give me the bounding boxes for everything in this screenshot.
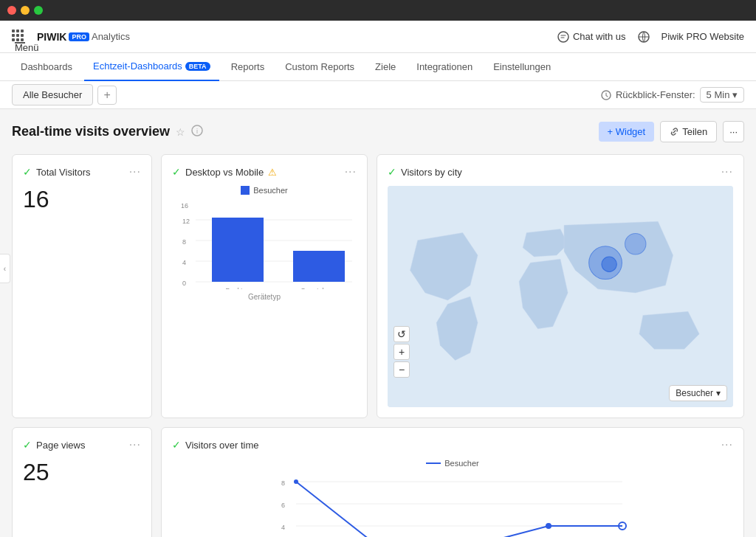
beta-badge: BETA	[185, 62, 210, 71]
nav-dashboards[interactable]: Dashboards	[12, 53, 81, 81]
main-content: Real-time visits overview ☆ i + Widget T…	[0, 109, 756, 537]
dot-green[interactable]	[34, 6, 43, 15]
widget-visitors-by-city-header: ✓ Visitors by city ···	[388, 165, 733, 179]
map-dropdown-label: Besucher	[676, 388, 713, 398]
nav-reports[interactable]: Reports	[222, 53, 274, 81]
tab-add-button[interactable]: +	[97, 86, 117, 105]
map-zoom-out-button[interactable]: −	[394, 361, 410, 378]
tab-alle-besucher[interactable]: Alle Besucher	[12, 84, 93, 105]
logo-analytics: Analytics	[92, 31, 130, 42]
bar-chart-x-label: Gerätetyp	[175, 293, 354, 301]
window-prefix: Rückblick-Fenster:	[616, 89, 695, 100]
logo: PIWIK PRO Analytics	[37, 31, 130, 43]
line-chart-legend: Besucher	[172, 459, 733, 468]
dot-yellow[interactable]	[21, 6, 30, 15]
widget-visitors-over-time: ✓ Visitors over time ··· Besucher 0 2 4 …	[161, 427, 744, 537]
top-nav: Menü PIWIK PRO Analytics Chat with us Pi…	[0, 21, 756, 53]
widget-row-2: ✓ Page views ··· 25 ✓ Visitors over time…	[12, 427, 744, 537]
widget-row-1: ✓ Total Visitors ··· 16 ✓ Desktop vs Mob…	[12, 154, 744, 418]
window-select[interactable]: 5 Min ▾	[700, 87, 744, 103]
page-views-more[interactable]: ···	[129, 438, 141, 451]
tab-bar: Alle Besucher + Rückblick-Fenster: 5 Min…	[0, 81, 756, 109]
header-actions: + Widget Teilen ···	[599, 121, 744, 142]
world-map-svg	[388, 186, 733, 407]
sidebar-toggle[interactable]: ‹	[0, 254, 10, 283]
visitors-over-time-more[interactable]: ···	[721, 438, 733, 451]
secondary-nav: Dashboards Echtzeit-Dashboards BETA Repo…	[0, 53, 756, 81]
share-button[interactable]: Teilen	[660, 121, 717, 142]
clock-icon	[601, 90, 611, 100]
visitors-by-city-more[interactable]: ···	[721, 165, 733, 179]
add-widget-button[interactable]: + Widget	[599, 122, 655, 142]
svg-text:Desktop: Desktop	[225, 287, 250, 289]
widget-total-visitors-title-area: ✓ Total Visitors	[23, 166, 90, 178]
menu-icon[interactable]: Menü	[12, 30, 25, 44]
bar-chart: Besucher 0 4 8 12 16	[172, 186, 357, 301]
svg-text:12: 12	[182, 218, 190, 225]
desktop-bar	[212, 218, 264, 282]
svg-text:8: 8	[182, 238, 186, 246]
desktop-mobile-more[interactable]: ···	[345, 165, 357, 179]
logo-piwik: PIWIK	[37, 31, 66, 43]
total-visitors-value: 16	[23, 186, 141, 213]
widget-visitors-over-time-header: ✓ Visitors over time ···	[172, 438, 733, 451]
widget-visitors-by-city-title-area: ✓ Visitors by city	[388, 166, 462, 178]
top-nav-right: Chat with us Piwik PRO Website	[557, 31, 744, 43]
widget-visitors-by-city: ✓ Visitors by city ···	[377, 154, 744, 418]
dot-red[interactable]	[7, 6, 16, 15]
map-dropdown[interactable]: Besucher ▾	[669, 385, 727, 401]
nav-ziele[interactable]: Ziele	[366, 53, 405, 81]
total-visitors-title: Total Visitors	[36, 167, 90, 178]
line-path	[296, 482, 622, 537]
map-zoom-in-button[interactable]: +	[394, 344, 410, 360]
chevron-down-icon: ▾	[732, 89, 738, 100]
svg-text:8: 8	[281, 479, 285, 487]
map-dropdown-chevron: ▾	[716, 388, 721, 398]
line-legend-label: Besucher	[444, 459, 478, 468]
chat-icon	[557, 31, 569, 43]
info-icon[interactable]: i	[191, 125, 203, 139]
smartphone-bar	[293, 251, 345, 282]
map-bubble-medium	[625, 234, 645, 254]
link-icon	[670, 127, 679, 136]
nav-echtzeit[interactable]: Echtzeit-Dashboards BETA	[84, 53, 219, 81]
logo-area: Menü PIWIK PRO Analytics	[12, 30, 130, 44]
more-button[interactable]: ···	[723, 121, 744, 142]
widget-desktop-mobile-title-area: ✓ Desktop vs Mobile ⚠	[172, 166, 277, 178]
chat-button[interactable]: Chat with us	[557, 31, 626, 43]
svg-text:0: 0	[182, 280, 186, 287]
add-widget-label: + Widget	[608, 126, 646, 137]
widget-desktop-mobile-header: ✓ Desktop vs Mobile ⚠ ···	[172, 165, 357, 179]
chat-label: Chat with us	[573, 31, 626, 42]
nav-einstellungen[interactable]: Einstellungen	[484, 53, 560, 81]
page-views-value: 25	[23, 459, 141, 486]
svg-point-0	[558, 32, 568, 42]
map-reset-button[interactable]: ↺	[394, 326, 410, 342]
map-controls: ↺ + −	[394, 326, 410, 378]
bar-chart-legend: Besucher	[175, 186, 354, 195]
desktop-mobile-title: Desktop vs Mobile	[185, 167, 264, 178]
bar-chart-legend-label: Besucher	[253, 186, 287, 195]
tab-bar-right: Rückblick-Fenster: 5 Min ▾	[601, 87, 744, 103]
nav-custom-reports[interactable]: Custom Reports	[276, 53, 363, 81]
total-visitors-more[interactable]: ···	[129, 165, 141, 179]
line-legend-dash	[426, 462, 441, 464]
logo-pro: PRO	[69, 32, 89, 41]
bar-chart-svg: 0 4 8 12 16 Desktop Smartphone	[175, 201, 367, 289]
widget-total-visitors-header: ✓ Total Visitors ···	[23, 165, 141, 179]
page-title-area: Real-time visits overview ☆ i	[12, 124, 203, 139]
svg-text:6: 6	[281, 502, 285, 509]
page-views-title: Page views	[36, 440, 85, 451]
star-icon[interactable]: ☆	[176, 126, 185, 138]
svg-text:4: 4	[182, 259, 186, 266]
menu-label[interactable]: Menü	[15, 42, 25, 44]
nav-integrationen[interactable]: Integrationen	[408, 53, 481, 81]
svg-text:16: 16	[181, 202, 188, 209]
page-title: Real-time visits overview	[12, 124, 170, 139]
piwik-website-link[interactable]: Piwik PRO Website	[662, 31, 744, 42]
point-4	[546, 523, 551, 529]
check-icon: ✓	[23, 166, 32, 178]
widget-page-views: ✓ Page views ··· 25	[12, 427, 152, 537]
page-header: Real-time visits overview ☆ i + Widget T…	[12, 121, 744, 142]
warning-icon: ⚠	[268, 167, 277, 178]
